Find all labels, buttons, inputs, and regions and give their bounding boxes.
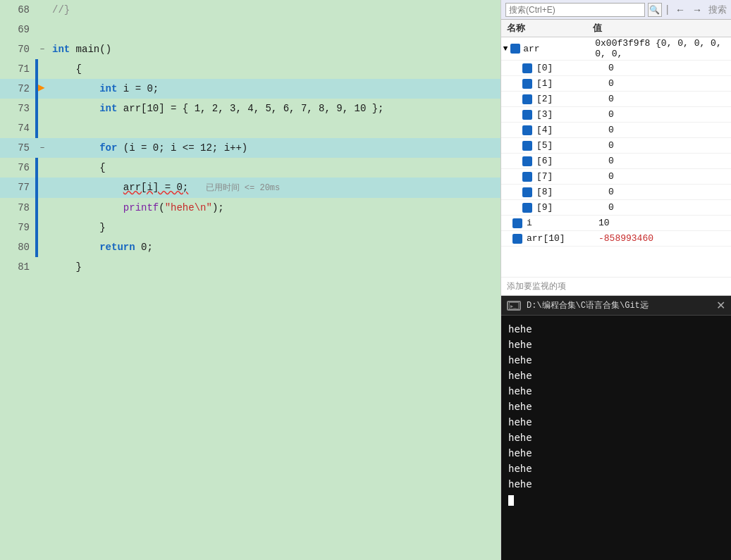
console-line-5: hehe [508, 383, 724, 399]
code-content-72: int i = 0; [49, 79, 500, 99]
code-line-73: 73 int arr[10] = { 1, 2, 3, 4, 5, 6, 7, … [0, 99, 500, 118]
watch-row-arr[interactable]: ▼ arr 0x00f3f9f8 {0, 0, 0, 0, 0, 0, [501, 37, 731, 61]
gutter-74 [35, 118, 49, 138]
collapse-btn-75[interactable]: − [38, 144, 47, 152]
code-line-74: 74 [0, 118, 500, 138]
gutter-70: − [35, 39, 49, 59]
console-body: hehe hehe hehe hehe hehe hehe hehe hehe … [501, 316, 731, 560]
expand-triangle-arr[interactable]: ▼ [501, 44, 510, 53]
code-content-70: int main() [49, 39, 500, 59]
gutter-68 [35, 0, 49, 20]
code-content-69 [49, 20, 500, 39]
console-line-11: hehe [508, 476, 724, 492]
code-line-75: 75 − for (i = 0; i <= 12; i++) [0, 138, 500, 158]
gutter-77 [35, 178, 49, 198]
watch-name-i: i [525, 218, 596, 228]
right-panel: 🔍 | ← → 搜索 名称 值 ▼ arr 0x00f3f9f8 {0, 0, … [500, 0, 731, 560]
watch-name-0: [0] [535, 63, 606, 73]
console-line-6: hehe [508, 399, 724, 414]
watch-row-9[interactable]: [9] 0 [501, 200, 731, 216]
pipe-separator: | [665, 4, 670, 15]
watch-value-7: 0 [606, 171, 614, 182]
watch-row-2[interactable]: [2] 0 [501, 92, 731, 107]
watch-row-i[interactable]: i 10 [501, 216, 731, 231]
console-line-10: hehe [508, 461, 724, 476]
gutter-73 [35, 99, 49, 118]
editor-panel: 68 //} 69 70 − int main() 71 { 72 [0, 0, 500, 560]
code-line-81: 81 } [0, 257, 500, 277]
line-number-81: 81 [0, 257, 35, 277]
line-number-77: 77 [0, 178, 35, 198]
code-content-80: return 0; [49, 237, 500, 257]
line-number-76: 76 [0, 158, 35, 178]
cube-icon-9 [521, 201, 534, 214]
watch-name-arr: arr [522, 44, 592, 54]
code-line-68: 68 //} [0, 0, 500, 20]
search-btn[interactable]: 🔍 [648, 3, 662, 17]
add-watch-btn[interactable]: 添加要监视的项 [501, 277, 731, 295]
cube-icon-0 [521, 62, 534, 75]
code-content-78: printf("hehe\n"); [49, 198, 500, 218]
gutter-75: − [35, 138, 49, 158]
watch-name-7: [7] [535, 171, 606, 182]
execution-arrow-72: ▶ [38, 80, 45, 94]
watch-row-0[interactable]: [0] 0 [501, 61, 731, 76]
gutter-80 [35, 237, 49, 257]
watch-value-0: 0 [606, 63, 614, 73]
watch-name-1: [1] [535, 78, 606, 89]
svg-text:▶_: ▶_ [510, 304, 517, 309]
watch-value-9: 0 [606, 202, 614, 213]
line-number-80: 80 [0, 237, 35, 257]
code-content-77: arr[i] = 0; 已用时间 <= 20ms [49, 178, 500, 198]
watch-row-4[interactable]: [4] 0 [501, 123, 731, 138]
cube-icon-8 [521, 186, 534, 199]
console-line-2: hehe [508, 337, 724, 352]
code-line-70: 70 − int main() [0, 39, 500, 59]
watch-row-1[interactable]: [1] 0 [501, 76, 731, 92]
cube-icon-5 [521, 139, 534, 152]
search-input[interactable] [505, 3, 645, 17]
console-line-4: hehe [508, 368, 724, 383]
code-content-81: } [49, 257, 500, 277]
cube-icon-6 [521, 155, 534, 168]
watch-value-8: 0 [606, 187, 614, 197]
gutter-76 [35, 158, 49, 178]
gutter-81 [35, 257, 49, 277]
cube-icon-i [511, 217, 524, 230]
blue-bar-78 [35, 198, 38, 218]
line-number-75: 75 [0, 138, 35, 158]
forward-btn[interactable]: → [690, 3, 704, 17]
code-line-77: 77 arr[i] = 0; 已用时间 <= 20ms [0, 178, 500, 198]
watch-name-9: [9] [535, 202, 606, 213]
code-content-76: { [49, 158, 500, 178]
watch-row-6[interactable]: [6] 0 [501, 154, 731, 169]
watch-value-5: 0 [606, 140, 614, 151]
collapse-btn-70[interactable]: − [38, 45, 47, 54]
cube-icon-1 [521, 77, 534, 90]
blue-bar-74 [35, 118, 38, 138]
watch-row-8[interactable]: [8] 0 [501, 185, 731, 200]
console-line-8: hehe [508, 430, 724, 445]
console-close-btn[interactable]: ✕ [716, 299, 725, 312]
watch-name-8: [8] [535, 187, 606, 197]
cube-icon-2 [521, 93, 534, 106]
console-line-9: hehe [508, 445, 724, 461]
watch-panel: 🔍 | ← → 搜索 名称 值 ▼ arr 0x00f3f9f8 {0, 0, … [501, 0, 731, 296]
watch-row-3[interactable]: [3] 0 [501, 107, 731, 123]
blue-bar-71 [35, 59, 38, 79]
back-btn[interactable]: ← [673, 3, 687, 17]
gutter-69 [35, 20, 49, 39]
watch-value-1: 0 [606, 78, 614, 89]
code-content-79: } [49, 218, 500, 237]
watch-row-7[interactable]: [7] 0 [501, 169, 731, 185]
blue-bar-80 [35, 237, 38, 257]
cube-icon-4 [521, 124, 534, 137]
watch-row-5[interactable]: [5] 0 [501, 138, 731, 154]
watch-value-arr: 0x00f3f9f8 {0, 0, 0, 0, 0, 0, [592, 38, 731, 59]
console-cursor-line [508, 492, 724, 507]
watch-row-arr10[interactable]: arr[10] -858993460 [501, 231, 731, 247]
cube-icon-arr10 [511, 232, 524, 245]
console-titlebar: ▶_ D:\编程合集\C语言合集\Git远 ✕ [501, 296, 731, 316]
blue-bar-79 [35, 218, 38, 237]
line-number-71: 71 [0, 59, 35, 79]
